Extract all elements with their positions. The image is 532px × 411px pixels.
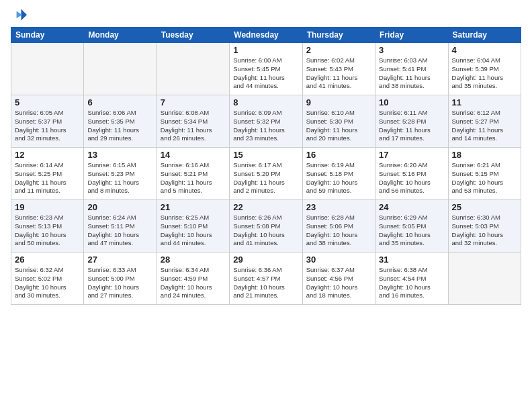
day-number: 19	[15, 202, 80, 212]
day-number: 8	[233, 97, 298, 107]
calendar-week-row: 19Sunrise: 6:23 AMSunset: 5:13 PMDayligh…	[11, 200, 521, 253]
day-number: 3	[379, 45, 444, 55]
calendar-cell: 31Sunrise: 6:38 AMSunset: 4:54 PMDayligh…	[375, 253, 448, 305]
calendar-cell: 18Sunrise: 6:21 AMSunset: 5:15 PMDayligh…	[448, 148, 521, 200]
day-info: Sunrise: 6:15 AMSunset: 5:23 PMDaylight:…	[87, 161, 152, 195]
day-info: Sunrise: 6:19 AMSunset: 5:18 PMDaylight:…	[306, 161, 371, 195]
day-info: Sunrise: 6:23 AMSunset: 5:13 PMDaylight:…	[15, 214, 80, 248]
calendar-cell: 8Sunrise: 6:09 AMSunset: 5:32 PMDaylight…	[230, 95, 302, 148]
calendar-week-row: 5Sunrise: 6:05 AMSunset: 5:37 PMDaylight…	[11, 95, 521, 148]
day-info: Sunrise: 6:02 AMSunset: 5:43 PMDaylight:…	[306, 56, 371, 91]
calendar-cell: 16Sunrise: 6:19 AMSunset: 5:18 PMDayligh…	[302, 148, 375, 200]
day-info: Sunrise: 6:10 AMSunset: 5:30 PMDaylight:…	[306, 109, 371, 143]
day-number: 2	[306, 45, 371, 55]
day-info: Sunrise: 6:09 AMSunset: 5:32 PMDaylight:…	[233, 109, 298, 143]
calendar-cell: 14Sunrise: 6:16 AMSunset: 5:21 PMDayligh…	[157, 148, 229, 200]
calendar-cell: 27Sunrise: 6:33 AMSunset: 5:00 PMDayligh…	[84, 253, 157, 305]
day-number: 7	[161, 97, 226, 107]
calendar-cell: 15Sunrise: 6:17 AMSunset: 5:20 PMDayligh…	[230, 148, 302, 200]
day-info: Sunrise: 6:25 AMSunset: 5:10 PMDaylight:…	[161, 214, 226, 248]
day-info: Sunrise: 6:21 AMSunset: 5:15 PMDaylight:…	[452, 161, 517, 195]
day-number: 26	[15, 255, 80, 265]
day-info: Sunrise: 6:36 AMSunset: 4:57 PMDaylight:…	[233, 266, 298, 300]
day-number: 9	[306, 97, 371, 107]
day-info: Sunrise: 6:11 AMSunset: 5:28 PMDaylight:…	[379, 109, 444, 143]
day-info: Sunrise: 6:34 AMSunset: 4:59 PMDaylight:…	[161, 266, 226, 300]
day-number: 27	[87, 255, 152, 265]
day-info: Sunrise: 6:05 AMSunset: 5:37 PMDaylight:…	[15, 109, 80, 143]
day-info: Sunrise: 6:08 AMSunset: 5:34 PMDaylight:…	[161, 109, 226, 143]
day-info: Sunrise: 6:30 AMSunset: 5:03 PMDaylight:…	[452, 214, 517, 248]
calendar-cell	[11, 43, 84, 95]
calendar-cell: 10Sunrise: 6:11 AMSunset: 5:28 PMDayligh…	[375, 95, 448, 148]
day-number: 4	[452, 45, 517, 55]
day-info: Sunrise: 6:04 AMSunset: 5:39 PMDaylight:…	[452, 56, 517, 91]
weekday-header-row: Sunday Monday Tuesday Wednesday Thursday…	[11, 28, 521, 43]
calendar-cell: 11Sunrise: 6:12 AMSunset: 5:27 PMDayligh…	[448, 95, 521, 148]
day-number: 10	[379, 97, 444, 107]
calendar-cell: 6Sunrise: 6:06 AMSunset: 5:35 PMDaylight…	[84, 95, 157, 148]
day-info: Sunrise: 6:06 AMSunset: 5:35 PMDaylight:…	[87, 109, 152, 143]
calendar-cell: 20Sunrise: 6:24 AMSunset: 5:11 PMDayligh…	[84, 200, 157, 253]
day-number: 16	[306, 150, 371, 160]
calendar-cell: 28Sunrise: 6:34 AMSunset: 4:59 PMDayligh…	[157, 253, 229, 305]
day-number: 30	[306, 255, 371, 265]
logo-icon	[11, 7, 27, 23]
logo	[11, 7, 30, 23]
calendar-cell: 4Sunrise: 6:04 AMSunset: 5:39 PMDaylight…	[448, 43, 521, 95]
day-info: Sunrise: 6:28 AMSunset: 5:06 PMDaylight:…	[306, 214, 371, 248]
calendar-cell: 7Sunrise: 6:08 AMSunset: 5:34 PMDaylight…	[157, 95, 229, 148]
day-number: 18	[452, 150, 517, 160]
day-number: 14	[161, 150, 226, 160]
calendar-week-row: 26Sunrise: 6:32 AMSunset: 5:02 PMDayligh…	[11, 253, 521, 305]
calendar-cell: 17Sunrise: 6:20 AMSunset: 5:16 PMDayligh…	[375, 148, 448, 200]
day-number: 12	[15, 150, 80, 160]
calendar-page: Sunday Monday Tuesday Wednesday Thursday…	[0, 0, 532, 411]
day-number: 28	[161, 255, 226, 265]
calendar-cell: 19Sunrise: 6:23 AMSunset: 5:13 PMDayligh…	[11, 200, 84, 253]
day-info: Sunrise: 6:12 AMSunset: 5:27 PMDaylight:…	[452, 109, 517, 143]
calendar-cell: 21Sunrise: 6:25 AMSunset: 5:10 PMDayligh…	[157, 200, 229, 253]
calendar-cell: 25Sunrise: 6:30 AMSunset: 5:03 PMDayligh…	[448, 200, 521, 253]
header-tuesday: Tuesday	[157, 28, 229, 43]
day-number: 15	[233, 150, 298, 160]
day-number: 21	[161, 202, 226, 212]
day-number: 17	[379, 150, 444, 160]
day-number: 22	[233, 202, 298, 212]
day-info: Sunrise: 6:00 AMSunset: 5:45 PMDaylight:…	[233, 56, 298, 91]
day-number: 20	[87, 202, 152, 212]
calendar-cell: 2Sunrise: 6:02 AMSunset: 5:43 PMDaylight…	[302, 43, 375, 95]
day-number: 29	[233, 255, 298, 265]
calendar-cell: 22Sunrise: 6:26 AMSunset: 5:08 PMDayligh…	[230, 200, 302, 253]
calendar-week-row: 1Sunrise: 6:00 AMSunset: 5:45 PMDaylight…	[11, 43, 521, 95]
calendar-cell: 26Sunrise: 6:32 AMSunset: 5:02 PMDayligh…	[11, 253, 84, 305]
calendar-week-row: 12Sunrise: 6:14 AMSunset: 5:25 PMDayligh…	[11, 148, 521, 200]
day-number: 31	[379, 255, 444, 265]
day-number: 5	[15, 97, 80, 107]
header-friday: Friday	[375, 28, 448, 43]
calendar-cell: 24Sunrise: 6:29 AMSunset: 5:05 PMDayligh…	[375, 200, 448, 253]
day-number: 24	[379, 202, 444, 212]
header-monday: Monday	[84, 28, 157, 43]
calendar-cell	[84, 43, 157, 95]
day-info: Sunrise: 6:26 AMSunset: 5:08 PMDaylight:…	[233, 214, 298, 248]
day-info: Sunrise: 6:29 AMSunset: 5:05 PMDaylight:…	[379, 214, 444, 248]
day-info: Sunrise: 6:17 AMSunset: 5:20 PMDaylight:…	[233, 161, 298, 195]
calendar-cell: 1Sunrise: 6:00 AMSunset: 5:45 PMDaylight…	[230, 43, 302, 95]
day-info: Sunrise: 6:24 AMSunset: 5:11 PMDaylight:…	[87, 214, 152, 248]
calendar-cell: 9Sunrise: 6:10 AMSunset: 5:30 PMDaylight…	[302, 95, 375, 148]
calendar-cell	[448, 253, 521, 305]
day-info: Sunrise: 6:20 AMSunset: 5:16 PMDaylight:…	[379, 161, 444, 195]
day-info: Sunrise: 6:14 AMSunset: 5:25 PMDaylight:…	[15, 161, 80, 195]
header-saturday: Saturday	[448, 28, 521, 43]
day-info: Sunrise: 6:32 AMSunset: 5:02 PMDaylight:…	[15, 266, 80, 300]
day-info: Sunrise: 6:16 AMSunset: 5:21 PMDaylight:…	[161, 161, 226, 195]
header	[11, 7, 521, 23]
day-number: 23	[306, 202, 371, 212]
day-number: 1	[233, 45, 298, 55]
calendar-cell: 23Sunrise: 6:28 AMSunset: 5:06 PMDayligh…	[302, 200, 375, 253]
day-number: 6	[87, 97, 152, 107]
calendar-cell: 13Sunrise: 6:15 AMSunset: 5:23 PMDayligh…	[84, 148, 157, 200]
calendar-cell: 12Sunrise: 6:14 AMSunset: 5:25 PMDayligh…	[11, 148, 84, 200]
header-thursday: Thursday	[302, 28, 375, 43]
